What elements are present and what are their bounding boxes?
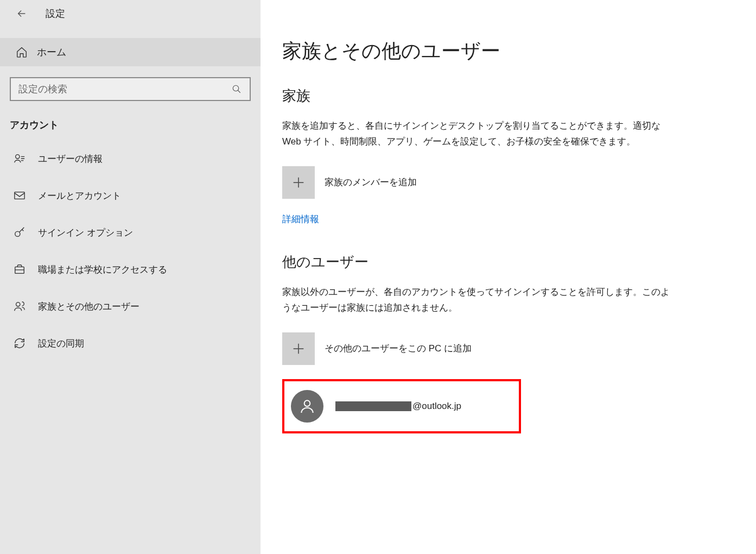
sidebar-item-user-info[interactable]: ユーザーの情報 [0, 140, 261, 177]
search-icon [231, 84, 242, 95]
details-link[interactable]: 詳細情報 [282, 213, 319, 225]
sidebar-item-work-school[interactable]: 職場または学校にアクセスする [0, 251, 261, 288]
back-button[interactable] [11, 3, 33, 24]
add-family-member-button[interactable]: 家族のメンバーを追加 [282, 166, 734, 199]
add-family-label: 家族のメンバーを追加 [325, 176, 417, 188]
family-section-desc: 家族を追加すると、各自にサインインとデスクトップを割り当てることができます。適切… [282, 118, 673, 150]
user-card-icon [12, 151, 27, 166]
sidebar-item-sync[interactable]: 設定の同期 [0, 325, 261, 362]
add-other-label: その他のユーザーをこの PC に追加 [325, 342, 472, 355]
sync-icon [12, 336, 27, 351]
user-email: @outlook.jp [335, 401, 461, 412]
search-box[interactable] [10, 77, 251, 101]
header-title: 設定 [46, 7, 65, 20]
arrow-left-icon [16, 8, 28, 20]
sidebar-item-label: 家族とその他のユーザー [38, 300, 139, 313]
svg-rect-2 [15, 192, 24, 199]
sidebar-item-family[interactable]: 家族とその他のユーザー [0, 288, 261, 325]
user-avatar-icon [291, 390, 323, 423]
sidebar: 設定 ホーム アカウント ユーザーの情報 メールとアカウント サインイン オプシ… [0, 0, 261, 554]
family-section-title: 家族 [282, 86, 734, 105]
sidebar-item-label: ユーザーの情報 [38, 153, 103, 165]
main-content: 家族とその他のユーザー 家族 家族を追加すると、各自にサインインとデスクトップを… [261, 0, 756, 554]
svg-point-6 [304, 400, 310, 406]
svg-point-1 [16, 155, 20, 159]
plus-icon [282, 166, 315, 199]
header-bar: 設定 [0, 0, 261, 27]
sidebar-item-label: メールとアカウント [38, 190, 121, 202]
sidebar-item-label: 設定の同期 [38, 337, 84, 350]
sidebar-item-label: サインイン オプション [38, 226, 133, 239]
sidebar-item-label: 職場または学校にアクセスする [38, 263, 167, 276]
add-other-user-button[interactable]: その他のユーザーをこの PC に追加 [282, 332, 734, 365]
briefcase-icon [12, 262, 27, 277]
home-label: ホーム [37, 46, 66, 59]
mail-icon [12, 188, 27, 203]
sidebar-item-email[interactable]: メールとアカウント [0, 177, 261, 214]
others-section-title: 他のユーザー [282, 253, 734, 272]
others-section-desc: 家族以外のユーザーが、各自のアカウントを使ってサインインすることを許可します。こ… [282, 285, 673, 316]
user-account-row[interactable]: @outlook.jp [282, 379, 521, 433]
page-title: 家族とその他のユーザー [282, 38, 734, 65]
key-icon [12, 225, 27, 240]
home-icon [15, 46, 28, 59]
email-suffix: @outlook.jp [412, 401, 461, 412]
category-label: アカウント [0, 112, 261, 140]
people-icon [12, 299, 27, 314]
svg-point-5 [16, 303, 20, 306]
sidebar-item-home[interactable]: ホーム [0, 38, 261, 66]
redacted-name [335, 401, 411, 411]
sidebar-item-signin[interactable]: サインイン オプション [0, 214, 261, 251]
search-input[interactable] [18, 84, 231, 95]
plus-icon [282, 332, 315, 365]
svg-point-0 [233, 85, 239, 91]
